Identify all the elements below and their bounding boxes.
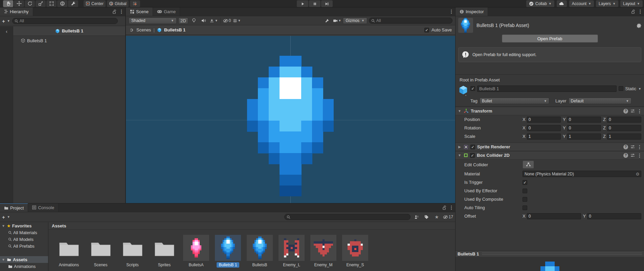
sprite-renderer-help-icon[interactable]: ?	[623, 145, 628, 149]
scene-menu-icon[interactable]: ⋮	[449, 9, 454, 14]
asset-bulletsb[interactable]: BulletsB	[247, 235, 273, 271]
static-dropdown-arrow[interactable]: ▼	[638, 87, 641, 91]
gear-icon[interactable]	[636, 23, 641, 28]
rotation-toggle-button[interactable]: Global	[107, 0, 129, 7]
material-object-field[interactable]: None (Physics Material 2D) ⊙	[523, 171, 641, 177]
hierarchy-create-arrow[interactable]: ▼	[7, 19, 10, 23]
step-button[interactable]	[321, 0, 333, 7]
scene-viewport[interactable]	[126, 36, 455, 203]
scale-y-field[interactable]: 1	[567, 133, 601, 140]
scene-search-input[interactable]	[376, 18, 450, 23]
static-checkbox[interactable]	[619, 86, 623, 91]
project-search[interactable]	[284, 214, 410, 220]
custom-tool-button[interactable]	[68, 0, 78, 7]
rotation-y-field[interactable]: 0	[567, 125, 601, 131]
tab-game[interactable]: Game	[153, 7, 180, 16]
offset-y-field[interactable]: 0	[587, 213, 641, 219]
tab-console[interactable]: Console	[28, 203, 59, 212]
foldout-closed-icon[interactable]: ▶	[458, 145, 462, 149]
bullet-sprite-scene[interactable]	[247, 56, 334, 196]
draw-mode-dropdown[interactable]: Shaded▼	[129, 18, 177, 24]
layer-dropdown[interactable]: Default▼	[569, 98, 631, 104]
used-by-composite-checkbox[interactable]	[523, 197, 527, 202]
offset-x-field[interactable]: 0	[527, 213, 581, 219]
prefab-back-button[interactable]: ‹	[0, 26, 13, 36]
tab-hierarchy[interactable]: Hierarchy	[0, 7, 33, 16]
search-by-label-button[interactable]	[423, 214, 431, 220]
auto-tiling-checkbox[interactable]	[523, 205, 527, 210]
box-collider-header[interactable]: ▼ Box Collider 2D ? ⋮	[456, 151, 644, 159]
hidden-objects-toggle[interactable]: 0	[223, 18, 231, 24]
asset-folder-scripts[interactable]: Scripts	[119, 235, 146, 271]
scene-audio-button[interactable]	[200, 18, 208, 24]
tree-all-materials[interactable]: All Materials	[0, 229, 48, 236]
asset-folder-animations[interactable]: Animations	[56, 235, 82, 271]
hierarchy-item-bulletsb1[interactable]: BulletsB 1	[13, 37, 125, 44]
inspector-menu-icon[interactable]: ⋮	[638, 9, 643, 14]
rotation-x-field[interactable]: 0	[527, 125, 561, 131]
cloud-button[interactable]	[557, 0, 567, 7]
project-create-button[interactable]: +	[2, 214, 5, 220]
asset-folder-sprites[interactable]: Sprites	[151, 235, 177, 271]
play-button[interactable]	[297, 0, 308, 7]
hierarchy-create-button[interactable]: +	[2, 18, 5, 24]
position-x-field[interactable]: 0	[527, 117, 561, 123]
sprite-renderer-presets-icon[interactable]	[630, 145, 635, 149]
tab-project[interactable]: Project	[0, 203, 28, 212]
hierarchy-search-input[interactable]	[20, 19, 115, 23]
scale-z-field[interactable]: 1	[607, 133, 641, 140]
position-y-field[interactable]: 0	[567, 117, 601, 123]
scene-effects-dropdown[interactable]: ▼	[209, 18, 218, 24]
inspector-lock-icon[interactable]	[631, 9, 635, 14]
tree-favorites[interactable]: ▼★ Favorites	[0, 222, 48, 229]
scale-tool-button[interactable]	[36, 0, 46, 7]
pause-button[interactable]	[309, 0, 320, 7]
object-picker-icon[interactable]: ⊙	[636, 172, 639, 176]
sprite-renderer-enabled-checkbox[interactable]	[470, 145, 475, 149]
account-dropdown[interactable]: Account▼	[569, 0, 594, 7]
rect-tool-button[interactable]	[46, 0, 57, 7]
prefab-mode-header[interactable]: BulletsB 1	[13, 26, 125, 36]
gizmos-dropdown[interactable]: Gizmos▼	[343, 18, 367, 24]
preview-header[interactable]: BulletsB 1	[456, 250, 644, 257]
tag-dropdown[interactable]: Bullet▼	[480, 98, 549, 104]
hidden-packages-toggle[interactable]: 17	[443, 214, 453, 220]
scene-grid-dropdown[interactable]: ▼	[233, 18, 241, 24]
auto-save-checkbox[interactable]	[424, 28, 429, 32]
asset-bulletsa[interactable]: BulletsA	[183, 235, 209, 271]
sprite-renderer-menu-icon[interactable]: ⋮	[637, 145, 642, 149]
pivot-toggle-button[interactable]: Center	[84, 0, 106, 7]
transform-menu-icon[interactable]: ⋮	[637, 109, 642, 114]
rotation-z-field[interactable]: 0	[607, 125, 641, 131]
foldout-open-icon[interactable]: ▼	[458, 153, 462, 157]
tree-folder-scenes[interactable]: Scenes	[0, 270, 48, 271]
asset-enemy-s[interactable]: Enemy_S	[342, 235, 368, 271]
is-trigger-checkbox[interactable]	[523, 180, 527, 185]
asset-folder-scenes[interactable]: Scenes	[88, 235, 114, 271]
project-lock-icon[interactable]	[443, 205, 446, 210]
scene-lighting-button[interactable]	[190, 18, 198, 24]
project-create-arrow[interactable]: ▼	[7, 215, 10, 219]
hierarchy-menu-icon[interactable]: ⋮	[119, 9, 124, 14]
tree-all-prefabs[interactable]: All Prefabs	[0, 243, 48, 249]
scene-search[interactable]	[369, 18, 452, 24]
breadcrumb-current[interactable]: BulletsB 1	[164, 27, 186, 32]
asset-enemy-l[interactable]: Enemy_L	[279, 235, 305, 271]
search-by-type-button[interactable]	[413, 214, 421, 220]
favorites-filter-button[interactable]: ★	[433, 214, 441, 220]
move-tool-button[interactable]	[14, 0, 24, 7]
assets-breadcrumb[interactable]: Assets	[49, 222, 455, 230]
collab-dropdown[interactable]: Collab▼	[526, 0, 554, 7]
tree-folder-animations[interactable]: Animations	[0, 263, 48, 270]
hand-tool-button[interactable]	[3, 0, 13, 7]
transform-tool-button[interactable]	[57, 0, 67, 7]
open-prefab-button[interactable]: Open Prefab	[502, 34, 598, 43]
box-collider-help-icon[interactable]: ?	[623, 153, 628, 158]
box-collider-presets-icon[interactable]	[630, 153, 635, 157]
tree-all-models[interactable]: All Models	[0, 236, 48, 243]
box-collider-menu-icon[interactable]: ⋮	[637, 153, 642, 158]
scale-x-field[interactable]: 1	[527, 133, 561, 140]
breadcrumb-scenes[interactable]: Scenes	[136, 27, 151, 32]
transform-component-header[interactable]: ▼ Transform ? ⋮	[456, 107, 644, 115]
project-search-input[interactable]	[292, 215, 408, 219]
